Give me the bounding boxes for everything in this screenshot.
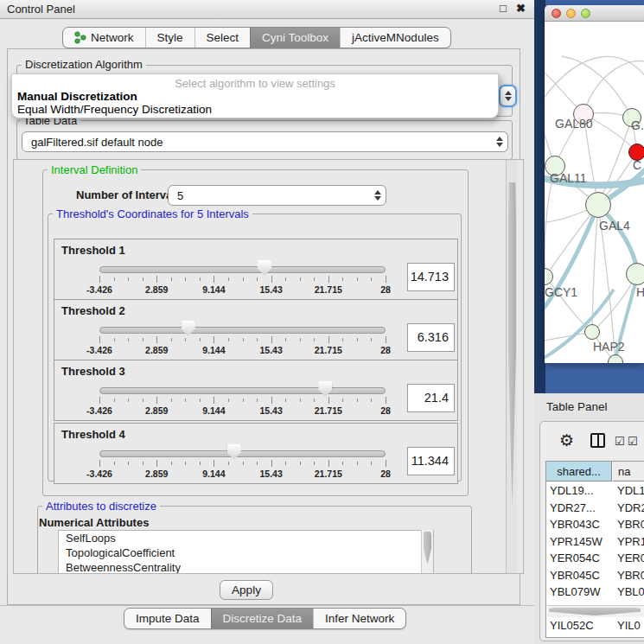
list-item[interactable]: BetweennessCentrality: [59, 560, 433, 574]
column-header-shared-name[interactable]: shared...: [546, 462, 612, 481]
threshold-2-axis-ticks: [99, 336, 386, 344]
threshold-4-slider-track[interactable]: [99, 450, 386, 457]
node-hap2[interactable]: [584, 324, 600, 340]
tick-label: 15.43: [259, 284, 282, 295]
table-data-value: galFiltered.sif default node: [22, 136, 492, 149]
split-view-icon[interactable]: [590, 433, 605, 448]
table-row[interactable]: YIL052CYIL0: [546, 617, 644, 634]
cell-name: YPR1: [617, 533, 644, 551]
tab-impute-data[interactable]: Impute Data: [124, 609, 211, 628]
node-h[interactable]: [626, 263, 644, 285]
tick-label: -3.426: [86, 469, 112, 479]
mac-zoom-button[interactable]: [581, 9, 590, 18]
tick-label: 2.859: [145, 469, 168, 479]
interval-definition-title: Interval Definition: [48, 163, 141, 176]
list-item[interactable]: SelfLoops: [59, 531, 433, 545]
table-data-combobox[interactable]: galFiltered.sif default node: [22, 131, 508, 152]
tab-select-label: Select: [207, 31, 239, 44]
algorithm-combobox-stepper[interactable]: [499, 85, 517, 107]
scrollbar-thumb[interactable]: [549, 608, 641, 615]
threshold-1-slider-track[interactable]: [99, 266, 386, 273]
algorithm-option-equal-width[interactable]: Equal Width/Frequency Discretization: [17, 103, 493, 116]
tick-label: 21.715: [315, 345, 342, 355]
table-row[interactable]: YPR145WYPR1: [546, 533, 644, 551]
right-region: GAL80 G. GAL11 GAL4 GCY1 H HAP2 C Table …: [534, 0, 644, 644]
threshold-3-slider-track[interactable]: [99, 387, 386, 394]
threshold-1-axis-labels: -3.426 2.859 9.144 15.43 21.715 28: [99, 284, 386, 295]
cell-shared-name: YBR043C: [550, 516, 600, 533]
tab-infer-network[interactable]: Infer Network: [313, 609, 405, 628]
tab-impute-data-label: Impute Data: [136, 612, 200, 625]
column-header-name[interactable]: na: [613, 462, 644, 481]
threshold-3-row: Threshold 3 -3.426 2.859 9.144 15.43 21.…: [54, 360, 458, 421]
apply-button[interactable]: Apply: [220, 580, 273, 600]
algorithm-prompt-option[interactable]: Select algorithm to view settings: [12, 77, 498, 90]
tab-select[interactable]: Select: [194, 28, 251, 48]
gear-icon[interactable]: ⚙: [559, 433, 574, 449]
node-gal4[interactable]: [585, 192, 611, 218]
mac-close-button[interactable]: [552, 9, 561, 18]
threshold-3-value-field[interactable]: 21.4: [407, 384, 455, 412]
threshold-2-axis-labels: -3.426 2.859 9.144 15.43 21.715 28: [99, 345, 386, 355]
cell-name: YIL0: [617, 617, 641, 634]
close-panel-icon[interactable]: ✖: [516, 2, 526, 15]
table-panel: Table Panel ⚙ ☑ ☑ shared... na YDL19...Y…: [534, 393, 644, 644]
node-label-hap2: HAP2: [593, 340, 625, 354]
threshold-3-slider-thumb[interactable]: [318, 381, 332, 397]
table-horizontal-scrollbar[interactable]: [547, 605, 644, 617]
tick-label: 21.715: [315, 469, 342, 479]
mac-minimize-button[interactable]: [566, 9, 576, 18]
table-row[interactable]: YDL19...YDL1: [546, 482, 644, 500]
table-row[interactable]: YBR045CYBR0: [546, 567, 644, 584]
threshold-4-slider-thumb[interactable]: [227, 444, 241, 460]
network-canvas[interactable]: GAL80 G. GAL11 GAL4 GCY1 H HAP2 C: [545, 22, 644, 363]
network-icon: [74, 31, 86, 44]
network-window-titlebar[interactable]: [545, 5, 644, 22]
control-panel-window: Control Panel □ ✖ Network Style Select: [0, 0, 534, 644]
attributes-list-scrollbar[interactable]: [421, 530, 433, 574]
threshold-4-value-field[interactable]: 11.344: [407, 447, 455, 475]
checkbox-icon[interactable]: ☑: [615, 435, 625, 448]
tab-network-label: Network: [91, 31, 134, 44]
threshold-2-slider-track[interactable]: [99, 327, 386, 334]
divider: [0, 605, 534, 606]
chevron-updown-icon: [370, 190, 386, 201]
table-row[interactable]: YBL079WYBL0: [546, 583, 644, 601]
cell-shared-name: YDR27...: [550, 500, 596, 517]
discretization-algorithm-title: Discretization Algorithm: [22, 58, 146, 71]
threshold-rows: Threshold 1 -3.426 2.859 9.144 15.43 21.…: [54, 239, 458, 484]
threshold-2-label: Threshold 2: [61, 304, 125, 317]
tick-label: 9.144: [202, 405, 225, 416]
threshold-4-label: Threshold 4: [61, 428, 125, 441]
threshold-2-slider-thumb[interactable]: [182, 321, 195, 336]
threshold-3-axis-ticks: [99, 397, 386, 405]
table-row[interactable]: YDR27...YDR2: [546, 500, 644, 517]
tab-network[interactable]: Network: [63, 28, 145, 48]
tick-label: 2.859: [145, 345, 168, 355]
number-of-intervals-label: Number of Intervals: [76, 188, 182, 201]
table-row[interactable]: YER054CYER0: [546, 550, 644, 567]
tab-cyni-toolbox[interactable]: Cyni Toolbox: [250, 28, 340, 48]
checkbox-icon[interactable]: ☑: [628, 435, 638, 448]
scrollbar-thumb[interactable]: [508, 182, 516, 507]
algorithm-option-manual[interactable]: Manual Discretization: [17, 90, 493, 103]
float-window-icon[interactable]: □: [500, 2, 507, 15]
threshold-1-value-field[interactable]: 14.713: [407, 263, 455, 291]
number-of-intervals-combobox[interactable]: 5: [168, 185, 386, 206]
tab-style[interactable]: Style: [145, 28, 194, 48]
list-item[interactable]: TopologicalCoefficient: [59, 545, 433, 560]
cell-shared-name: YBL079W: [550, 583, 601, 601]
tab-infer-network-label: Infer Network: [325, 612, 394, 625]
network-view-window: GAL80 G. GAL11 GAL4 GCY1 H HAP2 C: [545, 5, 644, 363]
threshold-1-axis-ticks: [99, 276, 386, 284]
settings-vertical-scrollbar[interactable]: [506, 160, 517, 573]
threshold-2-value-field[interactable]: 6.316: [407, 323, 455, 352]
tab-discretize-data[interactable]: Discretize Data: [211, 609, 314, 628]
threshold-1-slider-thumb[interactable]: [258, 260, 271, 276]
table-row[interactable]: YBR043CYBR0: [546, 516, 644, 533]
cell-shared-name: YIL052C: [550, 617, 594, 634]
cell-shared-name: YPR145W: [550, 533, 603, 551]
scrollbar-thumb[interactable]: [424, 532, 431, 564]
cell-name: YBR0: [617, 567, 644, 584]
tab-jactivemnodules[interactable]: jActiveMNodules: [340, 28, 450, 48]
